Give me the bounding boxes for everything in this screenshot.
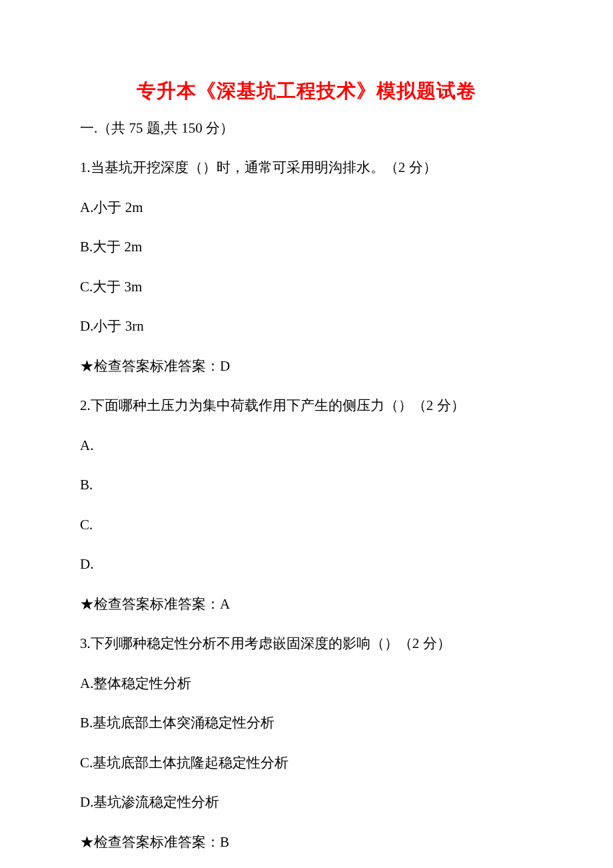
question-1-option-a: A.小于 2m	[80, 197, 533, 219]
question-1-answer: ★检查答案标准答案：D	[80, 356, 533, 377]
question-3-answer: ★检查答案标准答案：B	[80, 832, 533, 853]
question-3-option-a: A.整体稳定性分析	[80, 673, 533, 695]
question-3-option-d: D.基坑渗流稳定性分析	[80, 792, 533, 813]
question-1-text: 1.当基坑开挖深度（）时，通常可采用明沟排水。（2 分）	[80, 157, 533, 179]
question-2-option-b: B.	[80, 475, 533, 496]
section-header: 一.（共 75 题,共 150 分）	[80, 118, 533, 139]
question-1-option-d: D.小于 3rn	[80, 316, 533, 337]
question-1-option-b: B.大于 2m	[80, 237, 533, 258]
question-2-option-c: C.	[80, 515, 533, 536]
question-3-text: 3.下列哪种稳定性分析不用考虑嵌固深度的影响（）（2 分）	[80, 633, 533, 655]
question-3-option-c: C.基坑底部土体抗隆起稳定性分析	[80, 753, 533, 774]
question-2-answer: ★检查答案标准答案：A	[80, 594, 533, 615]
exam-title: 专升本《深基坑工程技术》模拟题试卷	[80, 77, 533, 106]
question-2-option-a: A.	[80, 435, 533, 457]
question-3-option-b: B.基坑底部土体突涌稳定性分析	[80, 713, 533, 734]
question-1-option-c: C.大于 3m	[80, 277, 533, 298]
question-2-text: 2.下面哪种土压力为集中荷载作用下产生的侧压力（）（2 分）	[80, 395, 533, 417]
question-2-option-d: D.	[80, 554, 533, 575]
